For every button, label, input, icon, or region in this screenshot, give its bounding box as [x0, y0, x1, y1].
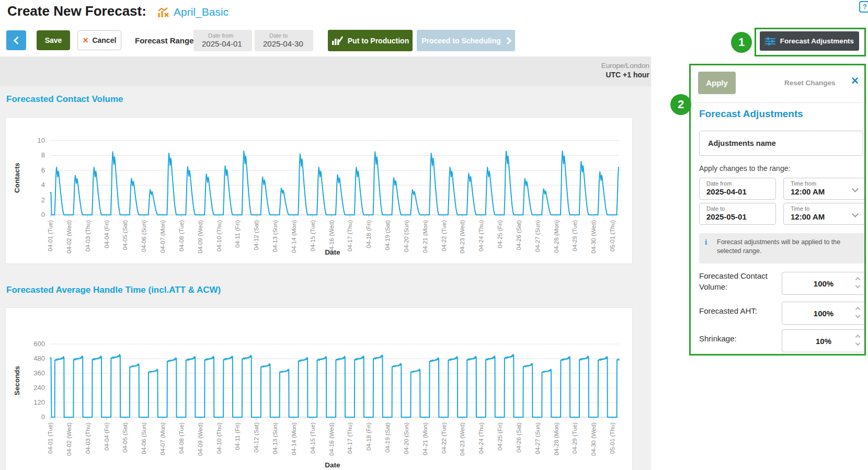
svg-text:Contacts: Contacts	[13, 163, 21, 193]
svg-text:04-15 (Tue): 04-15 (Tue)	[310, 220, 316, 251]
svg-text:04-27 (Sun): 04-27 (Sun)	[534, 220, 541, 252]
svg-text:04-26 (Sat): 04-26 (Sat)	[516, 422, 522, 453]
adjustments-name-input[interactable]: Adjustments name	[699, 131, 863, 156]
svg-text:04-21 (Mon): 04-21 (Mon)	[422, 220, 428, 253]
reset-changes-link[interactable]: Reset Changes	[784, 79, 836, 87]
range-date-from-field: Date from 2025-04-01	[193, 30, 252, 51]
sliders-icon	[765, 37, 775, 45]
close-icon[interactable]: ✕	[851, 75, 859, 87]
svg-text:6: 6	[41, 166, 45, 174]
apply-button[interactable]: Apply	[698, 72, 736, 94]
svg-text:Seconds: Seconds	[13, 366, 21, 395]
save-button[interactable]: Save	[37, 30, 70, 50]
shrinkage-label: Shrinkage:	[699, 333, 779, 344]
svg-text:04-13 (Sun): 04-13 (Sun)	[272, 422, 278, 454]
svg-text:05-01 (Thu): 05-01 (Thu)	[609, 422, 615, 454]
svg-text:04-06 (Sun): 04-06 (Sun)	[141, 422, 147, 454]
svg-text:04-05 (Sat): 04-05 (Sat)	[122, 422, 128, 453]
svg-text:04-28 (Mon): 04-28 (Mon)	[553, 422, 559, 455]
panel-time-to-field[interactable]: Time to 12:00 AM	[783, 203, 865, 225]
shrinkage-value: 10%	[816, 337, 831, 346]
svg-text:10: 10	[38, 136, 45, 144]
panel-date-to-value: 2025-05-01	[706, 212, 775, 221]
svg-text:04-21 (Mon): 04-21 (Mon)	[422, 422, 428, 455]
svg-text:04-25 (Fri): 04-25 (Fri)	[497, 422, 503, 451]
svg-text:04-09 (Wed): 04-09 (Wed)	[197, 422, 203, 456]
cancel-button[interactable]: ✕ Cancel	[77, 30, 121, 50]
svg-text:04-17 (Thu): 04-17 (Thu)	[347, 422, 353, 454]
help-icon[interactable]: ?	[859, 1, 868, 13]
date-from-label: Date from	[208, 32, 252, 39]
svg-text:04-24 (Thu): 04-24 (Thu)	[478, 422, 484, 454]
panel-date-from-label: Date from	[706, 180, 775, 187]
shrinkage-input[interactable]: 10%	[782, 329, 865, 352]
svg-text:04-02 (Wed): 04-02 (Wed)	[66, 422, 72, 456]
contact-volume-chart-title: Forecasted Contact Volume	[6, 94, 123, 105]
panel-time-from-field[interactable]: Time from 12:00 AM	[783, 178, 865, 200]
svg-text:04-19 (Sat): 04-19 (Sat)	[384, 422, 391, 453]
svg-text:04-18 (Fri): 04-18 (Fri)	[366, 220, 372, 248]
svg-text:04-20 (Sun): 04-20 (Sun)	[403, 220, 409, 252]
production-chart-icon	[332, 36, 343, 45]
chevron-right-icon	[504, 37, 511, 44]
proceed-to-scheduling-button[interactable]: Proceed to Scheduling	[417, 30, 515, 51]
svg-text:04-07 (Mon): 04-07 (Mon)	[159, 422, 166, 455]
forecast-chart-icon	[157, 7, 170, 20]
chevron-left-icon	[13, 36, 21, 44]
svg-text:04-04 (Fri): 04-04 (Fri)	[104, 422, 110, 451]
info-text: Forecast adjustments will be applied to …	[717, 238, 840, 255]
timezone-info: Europe/London UTC +1 hour	[0, 62, 649, 79]
svg-text:4: 4	[41, 181, 45, 189]
svg-text:04-15 (Tue): 04-15 (Tue)	[310, 422, 316, 454]
svg-text:04-26 (Sat): 04-26 (Sat)	[516, 220, 522, 250]
svg-text:04-14 (Mon): 04-14 (Mon)	[291, 422, 297, 455]
svg-text:04-01 (Tue): 04-01 (Tue)	[47, 422, 53, 454]
cancel-label: Cancel	[92, 36, 116, 44]
svg-text:480: 480	[33, 354, 45, 362]
svg-text:04-29 (Tue): 04-29 (Tue)	[572, 422, 578, 454]
svg-text:04-20 (Sun): 04-20 (Sun)	[403, 422, 409, 454]
svg-text:04-14 (Mon): 04-14 (Mon)	[291, 220, 297, 253]
put-to-production-button[interactable]: Put to Production	[328, 30, 413, 51]
svg-text:04-10 (Thu): 04-10 (Thu)	[216, 220, 222, 251]
svg-text:360: 360	[33, 369, 45, 377]
date-to-label: Date to	[269, 32, 313, 39]
svg-text:04-28 (Mon): 04-28 (Mon)	[553, 220, 559, 253]
forecasted-aht-input[interactable]: 100%	[782, 302, 865, 325]
svg-text:0: 0	[41, 413, 45, 421]
timezone-region: Europe/London	[0, 62, 649, 70]
forecast-range-label: Forecast Range:	[135, 36, 197, 45]
svg-text:04-12 (Sat): 04-12 (Sat)	[253, 220, 259, 250]
svg-text:04-06 (Sun): 04-06 (Sun)	[141, 220, 147, 252]
page-title: Create New Forecast:	[7, 3, 146, 19]
forecasted-aht-value: 100%	[814, 309, 833, 318]
svg-text:600: 600	[33, 340, 45, 348]
svg-text:04-09 (Wed): 04-09 (Wed)	[197, 220, 203, 254]
svg-text:04-02 (Wed): 04-02 (Wed)	[66, 220, 72, 254]
info-icon: i	[705, 238, 707, 247]
forecast-name-link[interactable]: April_Basic	[174, 6, 229, 18]
panel-divider	[691, 102, 864, 103]
spinner-icon[interactable]	[856, 335, 860, 345]
back-button[interactable]	[6, 30, 26, 50]
forecasted-contact-volume-input[interactable]: 100%	[782, 272, 865, 295]
svg-text:04-30 (Wed): 04-30 (Wed)	[590, 422, 597, 456]
forecasted-contact-volume-value: 100%	[814, 279, 833, 288]
date-to-value: 2025-04-30	[263, 39, 313, 48]
panel-date-to-field[interactable]: Date to 2025-05-01	[699, 203, 776, 225]
forecast-adjustments-button[interactable]: Forecast Adjustments	[760, 31, 859, 51]
forecast-adjustments-label: Forecast Adjustments	[780, 37, 854, 45]
contact-volume-chart: 024681004-01 (Tue)04-02 (Wed)04-03 (Thu)…	[5, 117, 633, 264]
svg-text:04-03 (Thu): 04-03 (Thu)	[85, 422, 91, 454]
aht-chart: 012024036048060004-01 (Tue)04-02 (Wed)04…	[5, 307, 633, 470]
cancel-x-icon: ✕	[83, 36, 89, 44]
svg-text:04-10 (Thu): 04-10 (Thu)	[216, 422, 222, 454]
annotation-badge-2: 2	[670, 94, 691, 115]
spinner-icon[interactable]	[856, 278, 860, 288]
svg-text:8: 8	[41, 151, 45, 159]
panel-date-from-field[interactable]: Date from 2025-04-01	[699, 178, 776, 200]
spinner-icon[interactable]	[856, 307, 860, 317]
panel-time-to-label: Time to	[791, 205, 865, 212]
svg-text:04-12 (Sat): 04-12 (Sat)	[253, 422, 259, 453]
svg-text:04-24 (Thu): 04-24 (Thu)	[478, 220, 484, 251]
